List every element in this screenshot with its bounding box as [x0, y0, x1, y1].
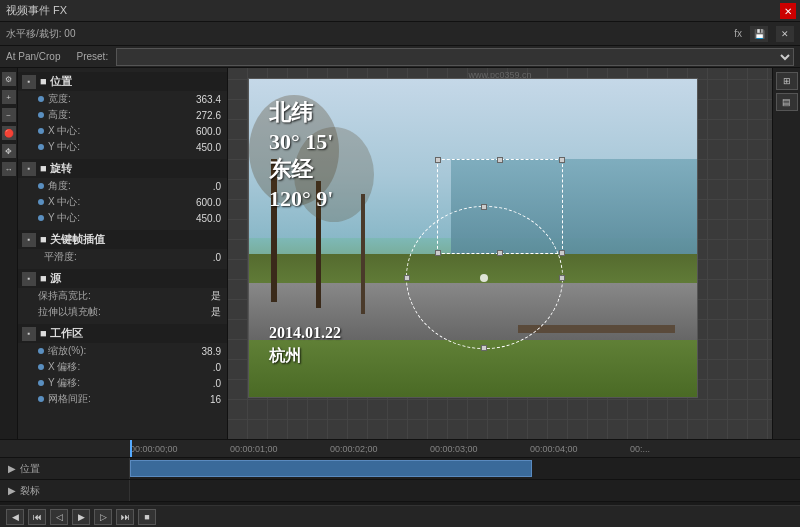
collapse-icon: ▪ — [22, 75, 36, 89]
param-maintain-ar-value[interactable]: 是 — [176, 289, 221, 303]
ellipse-handle-t[interactable] — [481, 204, 487, 210]
toolbar-row-1: 水平移/裁切: 00 ⊞ ≡ ▤ fx 💾 ✕ — [0, 22, 800, 46]
ellipse-handle-l[interactable] — [404, 275, 410, 281]
magnet-icon[interactable]: 🔴 — [2, 126, 16, 140]
param-rot-xcenter-value[interactable]: 600.0 — [176, 197, 221, 208]
title-bar-text: 视频事件 FX — [6, 3, 67, 18]
track-clip-position[interactable] — [130, 460, 532, 477]
scroll-left-button[interactable]: ◀ — [6, 509, 24, 525]
param-dot — [38, 380, 44, 386]
param-dot — [38, 96, 44, 102]
param-angle-value[interactable]: .0 — [176, 181, 221, 192]
track-row-label: ▶ 裂标 — [0, 480, 800, 502]
toolbar-row-2: At Pan/Crop Preset: — [0, 46, 800, 68]
param-xoffset-label: X 偏移: — [48, 360, 172, 374]
section-keyframe-header[interactable]: ▪ ■ 关键帧插值 — [18, 230, 227, 249]
timeline-tracks: ▶ 位置 ▶ 裂标 — [0, 458, 800, 505]
param-height-label: 高度: — [48, 108, 172, 122]
settings-icon[interactable]: ⚙ — [2, 72, 16, 86]
left-panel: ▪ ■ 位置 宽度: 363.4 高度: 272.6 X 中心: 600.0 Y… — [18, 68, 228, 439]
section-rotation-title: ■ 旋转 — [40, 161, 72, 176]
param-height-value[interactable]: 272.6 — [176, 110, 221, 121]
param-stretch: 拉伸以填充帧: 是 — [18, 304, 227, 320]
param-zoom-value[interactable]: 38.9 — [176, 346, 221, 357]
playhead[interactable] — [130, 440, 132, 457]
video-text-coords: 北纬30° 15'东经120° 9' — [269, 99, 333, 213]
toolbar-label-1: 水平移/裁切: 00 — [6, 27, 75, 41]
param-grid: 网格间距: 16 — [18, 391, 227, 407]
time-marker-5: 00:... — [630, 444, 730, 454]
param-dot — [38, 112, 44, 118]
arrow-icon[interactable]: ↔ — [2, 162, 16, 176]
forward-button[interactable]: ⏭ — [116, 509, 134, 525]
section-workspace-header[interactable]: ▪ ■ 工作区 — [18, 324, 227, 343]
pan-crop-label: At Pan/Crop — [6, 51, 60, 62]
param-zoom-label: 缩放(%): — [48, 344, 172, 358]
tree-trunk-3 — [361, 194, 365, 315]
param-width-value[interactable]: 363.4 — [176, 94, 221, 105]
prev-frame-button[interactable]: ◁ — [50, 509, 68, 525]
handle-tr[interactable] — [559, 157, 565, 163]
next-frame-button[interactable]: ▷ — [94, 509, 112, 525]
track-label-text: 裂标 — [20, 484, 40, 498]
param-xoffset: X 偏移: .0 — [18, 359, 227, 375]
handle-tm[interactable] — [497, 157, 503, 163]
param-dot — [38, 396, 44, 402]
move-icon[interactable]: ✥ — [2, 144, 16, 158]
ellipse-handle-r[interactable] — [559, 275, 565, 281]
param-dot — [38, 348, 44, 354]
track-expand-icon[interactable]: ▶ — [8, 463, 16, 474]
section-position-title: ■ 位置 — [40, 74, 72, 89]
track-content-position[interactable] — [130, 458, 800, 479]
time-marker-0: 00:00:00;00 — [130, 444, 230, 454]
section-keyframe-title: ■ 关键帧插值 — [40, 232, 105, 247]
time-marker-1: 00:00:01;00 — [230, 444, 330, 454]
param-maintain-ar-label: 保持高宽比: — [38, 289, 172, 303]
track-label-position: ▶ 位置 — [0, 458, 130, 479]
rewind-button[interactable]: ⏮ — [28, 509, 46, 525]
param-grid-value[interactable]: 16 — [176, 394, 221, 405]
param-maintain-ar: 保持高宽比: 是 — [18, 288, 227, 304]
param-ycenter-value[interactable]: 450.0 — [176, 142, 221, 153]
param-rot-xcenter-label: X 中心: — [48, 195, 172, 209]
canvas-area[interactable]: www.pc0359.cn — [228, 68, 772, 439]
param-yoffset-value[interactable]: .0 — [176, 378, 221, 389]
time-marker-4: 00:00:04;00 — [530, 444, 630, 454]
close-button[interactable]: ✕ — [780, 3, 796, 19]
zoom-out-icon[interactable]: − — [2, 108, 16, 122]
close-fx-button[interactable]: ✕ — [776, 26, 794, 42]
section-position-header[interactable]: ▪ ■ 位置 — [18, 72, 227, 91]
param-xcenter-value[interactable]: 600.0 — [176, 126, 221, 137]
param-stretch-label: 拉伸以填充帧: — [38, 305, 172, 319]
video-preview[interactable]: 北纬30° 15'东经120° 9' 2014.01.22杭州 — [248, 78, 698, 398]
track-expand-icon-2[interactable]: ▶ — [8, 485, 16, 496]
ellipse-handle-b[interactable] — [481, 345, 487, 351]
bottom-toolbar: ◀ ⏮ ◁ ▶ ▷ ⏭ ■ — [0, 505, 800, 527]
param-smooth-value[interactable]: .0 — [176, 252, 221, 263]
param-stretch-value[interactable]: 是 — [176, 305, 221, 319]
track-content-label[interactable] — [130, 480, 800, 501]
param-xoffset-value[interactable]: .0 — [176, 362, 221, 373]
handle-br[interactable] — [559, 250, 565, 256]
right-btn-2[interactable]: ▤ — [776, 93, 798, 111]
param-rot-ycenter: Y 中心: 450.0 — [18, 210, 227, 226]
collapse-icon: ▪ — [22, 327, 36, 341]
param-rot-ycenter-label: Y 中心: — [48, 211, 172, 225]
right-btn-1[interactable]: ⊞ — [776, 72, 798, 90]
section-workspace-title: ■ 工作区 — [40, 326, 83, 341]
ellipse-selection[interactable] — [406, 206, 563, 349]
section-source-header[interactable]: ▪ ■ 源 — [18, 269, 227, 288]
ellipse-center[interactable] — [480, 274, 488, 282]
zoom-in-icon[interactable]: + — [2, 90, 16, 104]
timeline-ruler: 00:00:00;00 00:00:01;00 00:00:02;00 00:0… — [0, 440, 800, 458]
param-rot-ycenter-value[interactable]: 450.0 — [176, 213, 221, 224]
time-marker-2: 00:00:02;00 — [330, 444, 430, 454]
param-yoffset: Y 偏移: .0 — [18, 375, 227, 391]
stop-button[interactable]: ■ — [138, 509, 156, 525]
play-button[interactable]: ▶ — [72, 509, 90, 525]
video-inner: 北纬30° 15'东经120° 9' 2014.01.22杭州 — [249, 79, 697, 397]
collapse-icon: ▪ — [22, 272, 36, 286]
handle-tl[interactable] — [435, 157, 441, 163]
preset-select[interactable] — [116, 48, 794, 66]
section-rotation-header[interactable]: ▪ ■ 旋转 — [18, 159, 227, 178]
